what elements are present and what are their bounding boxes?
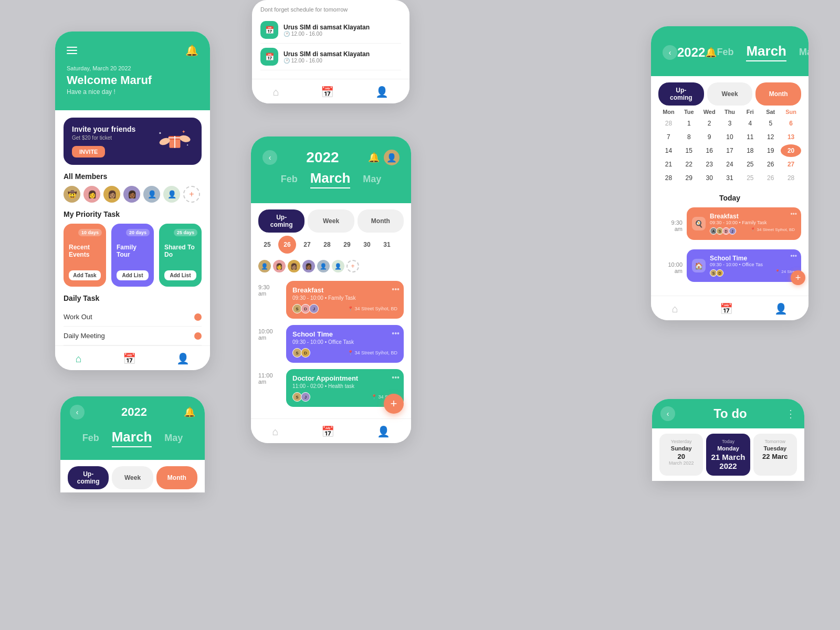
day-28[interactable]: 28 <box>658 172 679 184</box>
p4-breakfast-card[interactable]: 🍳 Breakfast 09:30 - 10:00 • Family Task … <box>687 207 801 240</box>
tab-week[interactable]: Week <box>308 209 354 233</box>
date-25[interactable]: 25 <box>258 236 276 254</box>
p3-back-btn[interactable]: ‹ <box>262 150 277 165</box>
date-27[interactable]: 27 <box>298 236 316 254</box>
nav-calendar-4[interactable]: 📅 <box>720 302 733 315</box>
day-21[interactable]: 21 <box>658 158 679 171</box>
ev-sub-2: 09:30 - 10:00 • Office Task <box>292 339 397 345</box>
day-27[interactable]: 27 <box>781 158 801 171</box>
event-school[interactable]: ••• School Time 09:30 - 10:00 • Office T… <box>286 325 404 363</box>
p3-add-member[interactable]: + <box>346 260 359 272</box>
p5-tab-upcoming[interactable]: Up-coming <box>68 466 109 489</box>
day-6[interactable]: 6 <box>781 117 801 130</box>
day-20-today[interactable]: 20 <box>781 144 801 157</box>
day-18[interactable]: 18 <box>740 144 760 157</box>
add-task-btn[interactable]: Add Task <box>69 270 101 280</box>
nav-profile-1[interactable]: 👤 <box>176 352 190 365</box>
nav-calendar-3[interactable]: 📅 <box>321 425 334 438</box>
hamburger-menu[interactable] <box>67 47 77 54</box>
nav-home-3[interactable]: ⌂ <box>272 426 278 438</box>
invite-button[interactable]: INVITE <box>72 146 105 158</box>
p4-school-card[interactable]: 🏠 School Time 09:30 - 10:00 • Office Tas… <box>687 249 801 282</box>
day-3[interactable]: 3 <box>720 117 740 130</box>
day-4[interactable]: 4 <box>740 117 760 130</box>
task-title-1: Recent Events <box>69 244 101 258</box>
day-26[interactable]: 26 <box>760 158 781 171</box>
day-15[interactable]: 15 <box>679 144 699 157</box>
current-date: Saturday, March 20 2022 <box>67 65 198 71</box>
day-2[interactable]: 2 <box>699 117 720 130</box>
day-13[interactable]: 13 <box>781 131 801 143</box>
task-recent-events: 10 days Recent Events Add Task <box>64 224 106 287</box>
tab-upcoming[interactable]: Up-coming <box>258 209 304 233</box>
p5-back-btn[interactable]: ‹ <box>70 405 85 419</box>
nav-calendar-2[interactable]: 📅 <box>321 86 334 98</box>
cal-row-2: 7 8 9 10 11 12 13 <box>658 131 801 143</box>
p3-av-1: 👤 <box>258 260 271 272</box>
date-30[interactable]: 30 <box>358 236 376 254</box>
p4-plus-circle[interactable]: + <box>791 270 805 285</box>
p4-ev1-3dots[interactable]: ••• <box>790 211 797 218</box>
nav-profile-3[interactable]: 👤 <box>377 425 390 438</box>
day-14[interactable]: 14 <box>658 144 679 157</box>
add-member-btn[interactable]: + <box>183 186 200 203</box>
p4-bell-icon[interactable]: 🔔 <box>705 47 717 58</box>
day-12[interactable]: 12 <box>760 131 781 143</box>
p4-tab-month[interactable]: Month <box>755 82 801 106</box>
day-17[interactable]: 17 <box>720 144 740 157</box>
date-29[interactable]: 29 <box>338 236 356 254</box>
day-9[interactable]: 9 <box>699 131 720 143</box>
day-11[interactable]: 11 <box>740 131 760 143</box>
p4-back-btn[interactable]: ‹ <box>663 45 677 60</box>
ev-title-3: Doctor Appointment <box>292 374 397 382</box>
day-10[interactable]: 10 <box>720 131 740 143</box>
nav-profile-2[interactable]: 👤 <box>375 86 388 98</box>
nav-home-1[interactable]: ⌂ <box>76 353 82 365</box>
day-24[interactable]: 24 <box>720 158 740 171</box>
date-26[interactable]: 26 <box>278 236 296 254</box>
day-1[interactable]: 1 <box>679 117 699 130</box>
add-list-btn-1[interactable]: Add List <box>117 270 149 280</box>
p3-av-4: 👩🏾 <box>302 260 315 272</box>
p4-tab-week[interactable]: Week <box>707 82 753 106</box>
day-29[interactable]: 29 <box>679 172 699 184</box>
day-8[interactable]: 8 <box>679 131 699 143</box>
day-22[interactable]: 22 <box>679 158 699 171</box>
p5-tab-month[interactable]: Month <box>156 466 197 489</box>
nav-calendar-1[interactable]: 📅 <box>123 352 136 365</box>
time-label-2: 10:00am <box>258 328 282 341</box>
bell-icon[interactable]: 🔔 <box>185 44 198 57</box>
p5-tab-week[interactable]: Week <box>112 466 153 489</box>
sched-title-2: Urus SIM di samsat Klayatan <box>284 50 370 58</box>
date-28[interactable]: 28 <box>318 236 336 254</box>
day-19[interactable]: 19 <box>760 144 781 157</box>
p4-ev2-3dots[interactable]: ••• <box>790 253 797 260</box>
p4-tab-upcoming[interactable]: Up-coming <box>658 82 704 106</box>
p3-bell-icon[interactable]: 🔔 <box>368 152 380 163</box>
tab-month[interactable]: Month <box>358 209 404 233</box>
fab-add-btn[interactable]: + <box>384 394 404 414</box>
event-3dots-2[interactable]: ••• <box>392 329 400 338</box>
day-31[interactable]: 31 <box>720 172 740 184</box>
day-16[interactable]: 16 <box>699 144 720 157</box>
day-28-prev[interactable]: 28 <box>658 117 679 130</box>
event-breakfast[interactable]: ••• Breakfast 09:30 - 10:00 • Family Tas… <box>286 281 404 319</box>
day-25[interactable]: 25 <box>740 158 760 171</box>
todo-3dots[interactable]: ⋮ <box>785 407 796 420</box>
day-5[interactable]: 5 <box>760 117 781 130</box>
nav-home-2[interactable]: ⌂ <box>273 86 279 98</box>
nav-home-4[interactable]: ⌂ <box>672 303 678 315</box>
yesterday-name: Sunday <box>664 445 699 452</box>
add-list-btn-2[interactable]: Add List <box>164 270 196 280</box>
event-3dots-3[interactable]: ••• <box>392 373 400 382</box>
day-28-next: 28 <box>781 172 801 184</box>
dow-thu: Thu <box>720 109 740 115</box>
day-7[interactable]: 7 <box>658 131 679 143</box>
day-30[interactable]: 30 <box>699 172 720 184</box>
nav-profile-4[interactable]: 👤 <box>774 302 788 315</box>
date-31[interactable]: 31 <box>378 236 396 254</box>
day-23[interactable]: 23 <box>699 158 720 171</box>
event-3dots-1[interactable]: ••• <box>392 285 400 293</box>
p5-bell-icon[interactable]: 🔔 <box>184 406 195 418</box>
p6-back-btn[interactable]: ‹ <box>660 406 675 421</box>
